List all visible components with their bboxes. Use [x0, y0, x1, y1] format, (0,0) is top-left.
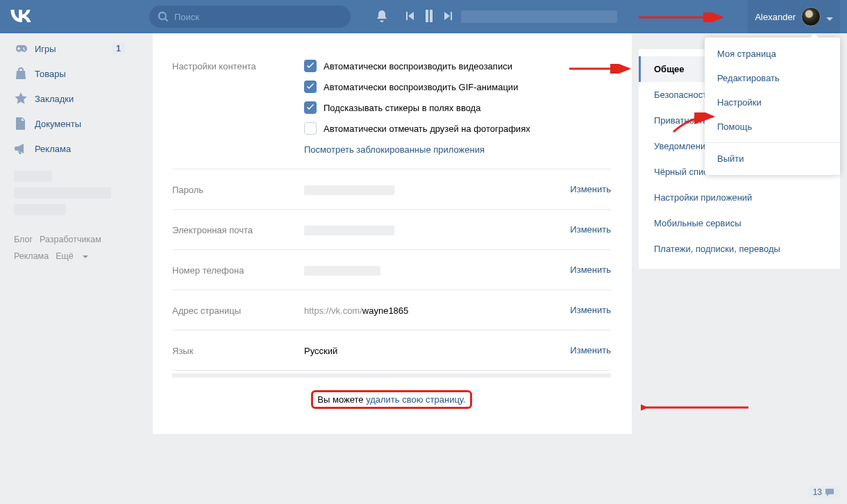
menu-settings[interactable]: Настройки [705, 90, 840, 115]
footer-links: БлогРазработчикам РекламаЕщё [7, 225, 132, 272]
footer-devs[interactable]: Разработчикам [40, 235, 101, 244]
email-blurred [304, 226, 394, 235]
tab-mobile[interactable]: Мобильные сервисы [639, 210, 840, 236]
bag-icon [14, 67, 28, 81]
chevron-down-icon [826, 13, 833, 20]
change-addr-link[interactable]: Изменить [570, 305, 611, 315]
addr-value: wayne1865 [362, 305, 409, 316]
checkbox-unchecked-icon [304, 122, 317, 135]
suggest-stickers-checkbox[interactable]: Подсказывать стикеры в полях ввода [304, 101, 611, 114]
media-controls [404, 10, 454, 24]
blurred-content [14, 171, 125, 215]
checkbox-checked-icon [304, 81, 317, 93]
doc-icon [14, 117, 28, 131]
change-lang-link[interactable]: Изменить [570, 345, 611, 355]
search-placeholder: Поиск [174, 12, 199, 22]
menu-edit[interactable]: Редактировать [705, 66, 840, 90]
content-settings-label: Настройки контента [172, 60, 304, 72]
password-label: Пароль [172, 183, 304, 195]
password-blurred [304, 185, 394, 195]
annotation-arrow [641, 403, 752, 412]
badge: 1 [112, 43, 125, 54]
checkbox-checked-icon [304, 101, 317, 114]
now-playing-blurred [461, 10, 617, 23]
autotag-friends-checkbox[interactable]: Автоматически отмечать друзей на фотогра… [304, 122, 611, 135]
star-icon [14, 92, 28, 106]
left-nav: Игры 1 Товары Закладки Документы Реклама… [7, 36, 132, 272]
delete-highlight-frame: Вы можете удалить свою страницу. [311, 390, 471, 409]
lang-label: Язык [172, 344, 304, 356]
menu-separator [705, 142, 840, 143]
pause-icon[interactable] [424, 10, 435, 24]
search-icon [158, 11, 169, 22]
phone-blurred [304, 266, 380, 276]
vk-logo[interactable] [10, 7, 31, 26]
next-track-icon[interactable] [443, 10, 454, 24]
megaphone-icon [14, 142, 28, 156]
settings-panel: Настройки контента Автоматически воспрои… [153, 33, 632, 434]
user-name: Alexander [755, 12, 796, 22]
email-label: Электронная почта [172, 224, 304, 235]
addr-label: Адрес страницы [172, 304, 304, 316]
blocked-apps-link[interactable]: Посмотреть заблокированные приложения [304, 144, 485, 155]
user-dropdown: Моя страница Редактировать Настройки Пом… [705, 37, 840, 175]
menu-logout[interactable]: Выйти [705, 146, 840, 171]
chat-badge[interactable]: 13 [809, 486, 840, 498]
footer-more[interactable]: Ещё [56, 251, 88, 261]
delete-section: Вы можете удалить свою страницу. [172, 373, 611, 414]
lang-value: Русский [304, 344, 570, 356]
nav-bookmarks[interactable]: Закладки [7, 86, 132, 111]
checkbox-checked-icon [304, 60, 317, 72]
footer-blog[interactable]: Блог [14, 235, 33, 244]
autoplay-video-checkbox[interactable]: Автоматически воспроизводить видеозаписи [304, 60, 611, 72]
gamepad-icon [14, 42, 28, 56]
menu-help[interactable]: Помощь [705, 115, 840, 139]
menu-my-page[interactable]: Моя страница [705, 42, 840, 66]
avatar [801, 7, 821, 26]
user-menu-toggle[interactable]: Alexander [748, 0, 840, 33]
phone-label: Номер телефона [172, 264, 304, 276]
autoplay-gif-checkbox[interactable]: Автоматически воспроизводить GIF-анимаци… [304, 81, 611, 93]
change-phone-link[interactable]: Изменить [570, 264, 611, 275]
change-email-link[interactable]: Изменить [570, 224, 611, 235]
footer-ads[interactable]: Реклама [14, 251, 49, 261]
nav-ads[interactable]: Реклама [7, 136, 132, 161]
change-password-link[interactable]: Изменить [570, 184, 611, 194]
header: Поиск Alexander [0, 0, 847, 33]
nav-games[interactable]: Игры 1 [7, 36, 132, 61]
notifications-icon[interactable] [375, 9, 389, 25]
tab-app-settings[interactable]: Настройки приложений [639, 185, 840, 210]
chat-icon [825, 487, 835, 497]
nav-goods[interactable]: Товары [7, 61, 132, 86]
delete-prefix: Вы можете [317, 394, 366, 405]
prev-track-icon[interactable] [404, 10, 415, 24]
search-input[interactable]: Поиск [149, 6, 351, 28]
nav-documents[interactable]: Документы [7, 111, 132, 136]
tab-payments[interactable]: Платежи, подписки, переводы [639, 236, 840, 262]
addr-prefix: https://vk.com/ [304, 305, 362, 316]
delete-page-link[interactable]: удалить свою страницу. [366, 394, 466, 405]
